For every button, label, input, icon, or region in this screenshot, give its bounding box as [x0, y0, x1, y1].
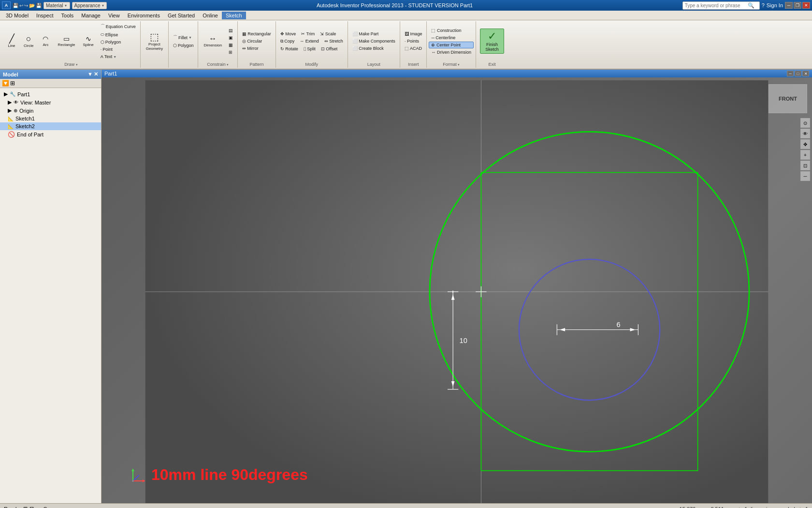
panel-header: Model ▼ ✕ [0, 70, 101, 79]
svg-marker-24 [131, 469, 134, 471]
tool-acad[interactable]: ⬚ ACAD [402, 45, 425, 52]
menu-environments[interactable]: Environments [124, 12, 164, 19]
app-logo: A [2, 1, 11, 9]
tool-dim-sm3[interactable]: ▦ [226, 42, 235, 48]
open-btn[interactable]: 📂 [29, 3, 35, 8]
ribbon-group-fillet: ⌒ Fillet ▼ ⬡ Polygon [169, 21, 199, 68]
tool-scale[interactable]: ⇲ Scale [318, 30, 338, 37]
tool-create-block[interactable]: ⬜ Create Block [350, 45, 398, 52]
svg-line-25 [133, 475, 139, 481]
sketch-canvas[interactable]: 10 6 [102, 80, 812, 503]
viewport: Part1 ─ □ ✕ FRONT ⊙ 👁 ✥ + ⊡ ─ [102, 70, 812, 503]
tool-point[interactable]: · Point [98, 46, 138, 53]
vp-close-btn[interactable]: ✕ [802, 71, 809, 76]
tree-view-master[interactable]: ▶ 👁 View: Master [0, 98, 101, 106]
statusbar: Ready ⊞ ⊡ ↔ ⊙ -15.976 mm, -8.511 mm 1 di… [0, 503, 812, 508]
status-count: 1 [805, 506, 808, 508]
tool-ellipse[interactable]: ⬭ Ellipse [98, 31, 138, 38]
tool-project-geometry[interactable]: ⬚ ProjectGeometry [143, 29, 166, 54]
tree-origin[interactable]: ▶ ⊕ Origin [0, 106, 101, 115]
svg-point-26 [132, 480, 134, 482]
vp-min-btn[interactable]: ─ [787, 71, 794, 76]
tool-center-point[interactable]: ⊕ Center Point [429, 42, 474, 48]
tool-circular[interactable]: ◎ Circular [240, 38, 274, 45]
tool-rectangular[interactable]: ▦ Rectangular [240, 30, 274, 37]
tool-dim-sm4[interactable]: ⊞ [226, 49, 235, 56]
tree-sketch2[interactable]: 📐 Sketch2 [0, 122, 101, 130]
menu-sketch[interactable]: Sketch [222, 12, 246, 19]
appearance-dropdown[interactable]: Appearance [74, 3, 101, 8]
panel-close-btn[interactable]: ✕ [94, 71, 98, 77]
tool-mirror[interactable]: ⇔ Mirror [240, 45, 274, 52]
menu-manage[interactable]: Manage [77, 12, 104, 19]
panel-dropdown-btn[interactable]: ▼ [87, 71, 93, 77]
tool-image[interactable]: 🖼 Image [402, 30, 425, 37]
menu-online[interactable]: Online [199, 12, 222, 19]
vp-max-btn[interactable]: □ [795, 71, 801, 76]
tool-trim[interactable]: ✂ Trim [299, 30, 317, 37]
tool-move[interactable]: ✥ Move [278, 30, 299, 37]
tool-polygon[interactable]: ⬡ Polygon [98, 39, 138, 45]
svg-marker-22 [143, 479, 145, 482]
tool-copy[interactable]: ⧉ Copy [278, 38, 297, 45]
quick-save-btn[interactable]: 💾 [13, 3, 18, 8]
tool-dim-sm1[interactable]: ▤ [226, 27, 235, 34]
tool-make-part[interactable]: ⬜ Make Part [350, 30, 398, 37]
close-btn[interactable]: ✕ [802, 2, 810, 9]
ribbon-group-project: ⬚ ProjectGeometry [141, 21, 169, 68]
tool-construction[interactable]: ⬚ Construction [429, 27, 474, 34]
tool-rotate[interactable]: ↻ Rotate [278, 45, 301, 52]
tool-dimension[interactable]: ↔ Dimension [200, 29, 225, 54]
undo-btn[interactable]: ↩ [19, 3, 23, 8]
tool-line[interactable]: ╱ Line [4, 29, 19, 54]
tool-fillet[interactable]: ⌒ Fillet ▼ [171, 33, 196, 42]
tool-dim-sm2[interactable]: ▣ [226, 34, 235, 41]
svg-text:10: 10 [460, 337, 467, 344]
tool-driven-dimension[interactable]: ↔ Driven Dimension [429, 49, 474, 56]
app-title: Autodesk Inventor Professional 2013 - ST… [107, 2, 682, 8]
help-btn[interactable]: ? [762, 2, 765, 8]
minimize-btn[interactable]: ─ [785, 2, 793, 9]
tool-finish-sketch[interactable]: ✓ FinishSketch [480, 29, 504, 54]
tool-circle[interactable]: ○ Circle [20, 29, 37, 54]
menu-view[interactable]: View [104, 12, 124, 19]
pattern-label: Pattern [238, 62, 276, 67]
tool-offset[interactable]: ⊡ Offset [319, 45, 340, 52]
sign-in-btn[interactable]: Sign In [767, 2, 783, 8]
menu-3dmodel[interactable]: 3D Model [2, 12, 32, 19]
tool-arc[interactable]: ◠ Arc [38, 29, 53, 54]
tool-points[interactable]: · Points [402, 38, 425, 45]
restore-btn[interactable]: ❐ [794, 2, 801, 9]
tool-stretch[interactable]: ⇔ Stretch [322, 38, 346, 45]
material-dropdown[interactable]: Material [46, 3, 63, 8]
menu-tools[interactable]: Tools [58, 12, 78, 19]
sketch-annotation: 10mm line 90degrees [151, 466, 308, 484]
search-input[interactable] [685, 3, 748, 8]
redo-btn[interactable]: ↪ [24, 3, 28, 8]
layout-label: Layout [348, 62, 400, 67]
ribbon-group-format: ⬚ Construction ─ Centerline ⊕ Center Poi… [427, 21, 476, 68]
tool-centerline[interactable]: ─ Centerline [429, 34, 474, 41]
tool-rectangle[interactable]: ▭ Rectangle [54, 29, 78, 54]
menu-inspect[interactable]: Inspect [32, 12, 57, 19]
statusbar-icon2: ⊡ [29, 506, 34, 508]
tree-sketch1[interactable]: 📐 Sketch1 [0, 115, 101, 122]
tool-polygon2[interactable]: ⬡ Polygon [171, 42, 196, 49]
save-btn[interactable]: 💾 [36, 3, 42, 8]
tool-spline[interactable]: ∿ Spline [79, 29, 97, 54]
status-ready: Ready [4, 506, 19, 508]
menubar: 3D Model Inspect Tools Manage View Envir… [0, 11, 812, 20]
expand-all-btn[interactable]: ⊞ [10, 80, 15, 87]
ribbon-group-pattern: ▦ Rectangular ◎ Circular ⇔ Mirror Patter… [238, 21, 276, 68]
menu-getstarted[interactable]: Get Started [164, 12, 199, 19]
filter-btn[interactable]: 🔽 [2, 80, 9, 87]
tool-make-components[interactable]: ⬜ Make Components [350, 38, 398, 45]
tree-end-of-part[interactable]: 🚫 End of Part [0, 130, 101, 139]
tool-split[interactable]: ⌷ Split [301, 45, 318, 52]
ribbon-group-modify: ✥ Move ✂ Trim ⇲ Scale ⧉ Copy ↔ Extend ⇔ … [276, 21, 348, 68]
tool-text[interactable]: A Text ▼ [98, 53, 138, 60]
tool-equation-curve[interactable]: ⌒ Equation Curve [98, 22, 138, 30]
tree-part1[interactable]: ▶ 🔧 Part1 [0, 90, 101, 98]
svg-text:6: 6 [617, 321, 621, 329]
tool-extend[interactable]: ↔ Extend [297, 38, 321, 45]
